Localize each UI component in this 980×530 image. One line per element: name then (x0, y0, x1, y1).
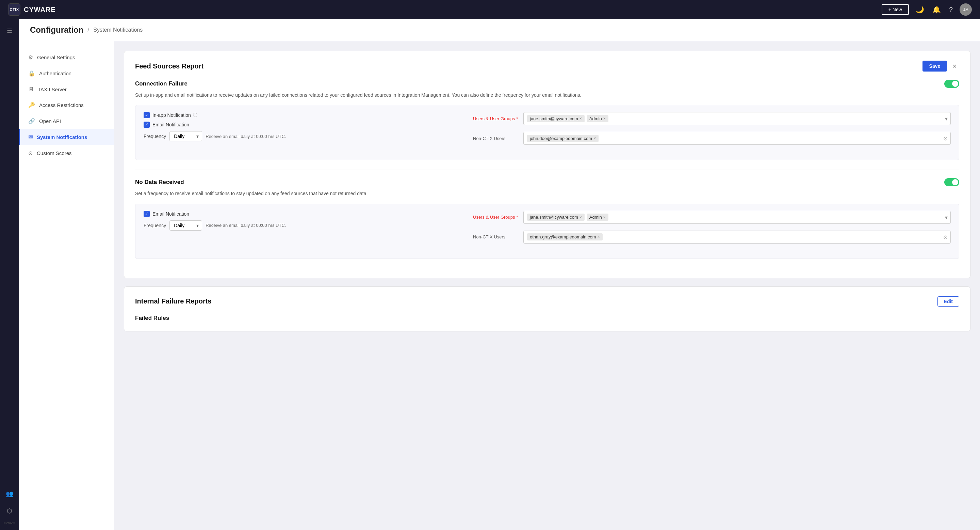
toggle-thumb (952, 81, 958, 87)
tag-jane-smith: jane.smith@cyware.com × (527, 115, 585, 122)
page-title: Configuration (30, 25, 83, 35)
sidebar-item-general-settings[interactable]: ⚙ General Settings (19, 49, 114, 65)
no-data-frequency-select-wrap: Daily Weekly Monthly (169, 220, 202, 231)
non-ctix-label: Non-CTIX Users (473, 136, 520, 141)
internal-failure-reports-card: Internal Failure Reports Edit Failed Rul… (124, 286, 970, 331)
in-app-label: In-app Notification ⓘ (153, 112, 197, 118)
internal-failure-title: Internal Failure Reports (135, 297, 212, 305)
circle-icon: ⊙ (28, 150, 33, 156)
sidebar-item-open-api[interactable]: 🔗 Open API (19, 113, 114, 129)
notif-left: ✓ In-app Notification ⓘ (143, 112, 462, 141)
link-icon: 🔗 (28, 118, 35, 125)
toggle-track (944, 178, 959, 186)
edit-button[interactable]: Edit (937, 296, 959, 307)
tag-remove-ethan[interactable]: × (598, 235, 600, 239)
tag-remove-admin[interactable]: × (603, 116, 606, 121)
no-data-frequency-select[interactable]: Daily Weekly Monthly (169, 220, 202, 231)
clear-no-data-non-ctix-button[interactable]: ⊗ (943, 234, 948, 240)
no-data-users-row: Users & User Groups * jane.smith@cyware.… (473, 211, 951, 224)
section-header: Connection Failure (135, 80, 959, 88)
sidebar-item-label: Open API (39, 118, 61, 124)
toggle-track (944, 80, 959, 88)
hamburger-menu[interactable]: ☰ (4, 24, 15, 37)
gear-icon: ⚙ (28, 54, 33, 61)
sidebar-item-custom-scores[interactable]: ⊙ Custom Scores (19, 145, 114, 161)
notif-right: Users & User Groups * jane.smith@cyware.… (473, 112, 951, 147)
tag-remove-jane-2[interactable]: × (579, 215, 582, 220)
notifications-button[interactable]: 🔔 (931, 5, 942, 14)
in-app-checkbox[interactable]: ✓ (143, 112, 150, 118)
tag-remove-jane[interactable]: × (579, 116, 582, 121)
topnav-actions: + New 🌙 🔔 ? JS (882, 3, 972, 16)
new-button[interactable]: + New (882, 4, 909, 15)
cyware-icon[interactable]: ⬡ (4, 504, 15, 517)
sidebar-bottom: 👥 ⬡ CYWARE (3, 487, 16, 525)
frequency-select[interactable]: Daily Weekly Monthly (169, 131, 202, 141)
server-icon: 🖥 (28, 86, 34, 92)
sidebar-bottom-label: CYWARE (4, 522, 16, 525)
no-data-users-tag-input-box[interactable]: jane.smith@cyware.com × Admin × ▾ (523, 211, 951, 224)
card-title: Feed Sources Report (135, 62, 204, 70)
envelope-icon: ✉ (28, 134, 33, 140)
sidebar-item-label: TAXII Server (38, 86, 67, 92)
tag-ethan-gray: ethan.gray@exampledomain.com × (527, 233, 603, 241)
no-data-toggle[interactable] (944, 178, 959, 186)
connection-failure-description: Set up in-app and email notifications to… (135, 91, 959, 99)
dark-mode-button[interactable]: 🌙 (914, 5, 926, 14)
no-data-email-checkbox[interactable]: ✓ (143, 211, 150, 217)
feed-sources-report-card: Feed Sources Report Save × Connection Fa… (124, 51, 970, 278)
tag-admin: Admin × (587, 115, 608, 122)
ctix-logo-icon: CTIX (8, 3, 21, 16)
notif-right-no-data: Users & User Groups * jane.smith@cyware.… (473, 211, 951, 246)
connection-failure-title: Connection Failure (135, 80, 188, 87)
toggle-thumb (952, 179, 958, 185)
users-icon[interactable]: 👥 (3, 487, 16, 500)
page-header: Configuration / System Notifications (19, 19, 980, 41)
ctix-label: CTIX (10, 8, 19, 11)
card-header: Feed Sources Report Save × (135, 61, 959, 72)
clear-non-ctix-button[interactable]: ⊗ (943, 135, 948, 142)
tag-admin-2: Admin × (587, 214, 608, 221)
brand-name: CYWARE (24, 6, 56, 14)
logo-area: CTIX CYWARE (8, 3, 56, 16)
no-data-users-label: Users & User Groups * (473, 215, 520, 220)
sidebar: ☰ 👥 ⬡ CYWARE (0, 19, 19, 530)
sidebar-item-label: System Notifications (37, 134, 87, 140)
close-button[interactable]: × (950, 61, 959, 72)
no-data-received-section: No Data Received Set a frequency to rece… (135, 178, 959, 259)
config-nav: ⚙ General Settings 🔒 Authentication 🖥 TA… (19, 41, 115, 530)
non-ctix-users-row: Non-CTIX Users john.doe@exampledomain.co… (473, 132, 951, 145)
no-data-email-label: Email Notification (153, 211, 189, 217)
dropdown-arrow-icon[interactable]: ▾ (945, 115, 948, 122)
connection-failure-toggle[interactable] (944, 80, 959, 88)
users-user-groups-row: Users & User Groups * jane.smith@cyware.… (473, 112, 951, 125)
frequency-hint: Receive an email daily at 00:00 hrs UTC. (205, 134, 286, 139)
sidebar-item-access-restrictions[interactable]: 🔑 Access Restrictions (19, 97, 114, 113)
internal-card-header: Internal Failure Reports Edit (135, 296, 959, 307)
dropdown-arrow-icon-2[interactable]: ▾ (945, 214, 948, 220)
tag-jane-smith-2: jane.smith@cyware.com × (527, 214, 585, 221)
users-label: Users & User Groups * (473, 116, 520, 121)
no-data-non-ctix-tag-input-box[interactable]: ethan.gray@exampledomain.com × ⊗ (523, 231, 951, 244)
help-button[interactable]: ? (948, 5, 954, 14)
sidebar-item-label: Custom Scores (37, 150, 72, 156)
tag-remove-john[interactable]: × (593, 136, 596, 140)
save-button[interactable]: Save (923, 61, 947, 72)
no-data-non-ctix-label: Non-CTIX Users (473, 234, 520, 239)
sidebar-item-authentication[interactable]: 🔒 Authentication (19, 65, 114, 81)
notif-left-no-data: ✓ Email Notification Frequency Da (143, 211, 462, 231)
sidebar-item-label: Access Restrictions (39, 102, 84, 108)
sidebar-item-system-notifications[interactable]: ✉ System Notifications (19, 129, 114, 145)
main-layout: ⚙ General Settings 🔒 Authentication 🖥 TA… (19, 41, 980, 530)
no-data-non-ctix-row: Non-CTIX Users ethan.gray@exampledomain.… (473, 231, 951, 244)
email-checkbox[interactable]: ✓ (143, 121, 150, 128)
no-data-title: No Data Received (135, 179, 184, 186)
users-tag-input-box[interactable]: jane.smith@cyware.com × Admin × ▾ (523, 112, 951, 125)
non-ctix-tag-input-box[interactable]: john.doe@exampledomain.com × ⊗ (523, 132, 951, 145)
no-data-section-header: No Data Received (135, 178, 959, 186)
avatar[interactable]: JS (959, 3, 972, 16)
sidebar-item-taxii-server[interactable]: 🖥 TAXII Server (19, 81, 114, 97)
breadcrumb-subtitle: System Notifications (93, 27, 143, 33)
key-icon: 🔑 (28, 102, 35, 108)
tag-remove-admin-2[interactable]: × (603, 215, 606, 220)
